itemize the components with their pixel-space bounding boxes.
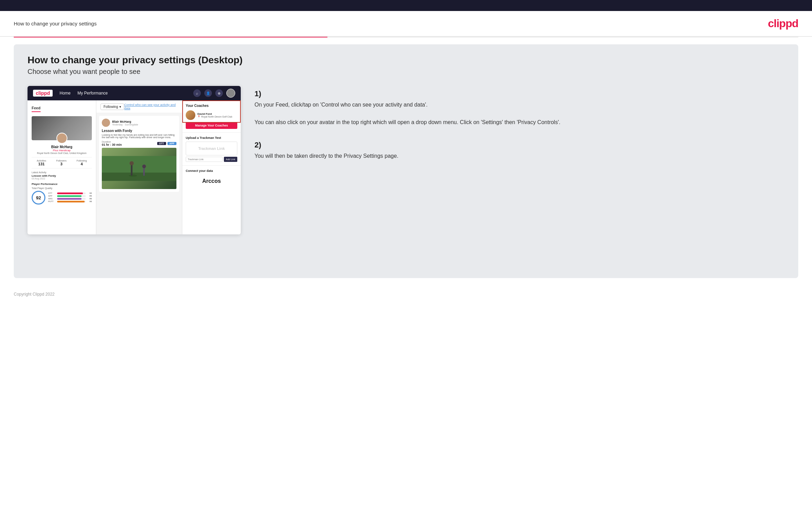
- svg-point-6: [142, 165, 146, 168]
- post-meta: Yesterday · Sunningdale: [112, 123, 138, 126]
- quality-label: Total Player Quality: [32, 187, 92, 189]
- following-button[interactable]: Following ▾: [100, 103, 124, 110]
- profile-handicap: Plus Handicap: [32, 149, 92, 152]
- instruction-2: 2) You will then be taken directly to th…: [255, 141, 784, 161]
- control-privacy-link[interactable]: Control who can see your activity and da…: [124, 103, 178, 110]
- app-screenshot: clippd Home My Performance ⌕ 👤 ⊕ Feed: [28, 86, 241, 234]
- app-nav: clippd Home My Performance ⌕ 👤 ⊕: [28, 86, 241, 100]
- stat-followers-label: Followers: [56, 159, 67, 162]
- app-nav-icons: ⌕ 👤 ⊕: [193, 89, 235, 98]
- duration-value: 01 hr : 30 min: [102, 143, 122, 146]
- profile-stats: Activities 131 Followers 3 Following 4: [32, 157, 92, 168]
- header: How to change your privacy settings clip…: [0, 11, 812, 37]
- latest-activity-date: 03 Aug 2022: [32, 177, 92, 180]
- svg-point-2: [129, 175, 137, 177]
- perf-row: 92 OTT 90 APP 85: [32, 191, 92, 205]
- stat-activities-value: 131: [37, 162, 46, 166]
- post-avatar: [102, 119, 110, 127]
- trackman-input-row: Add Link: [186, 157, 237, 162]
- trackman-placeholder: Trackman Link: [186, 142, 237, 155]
- instruction-1-number: 1): [255, 89, 784, 98]
- instruction-1-text: On your Feed, click/tap on 'Control who …: [255, 100, 784, 127]
- app-feed: Following ▾ Control who can see your act…: [96, 100, 182, 234]
- post-user: Blair McHarg Yesterday · Sunningdale: [102, 119, 176, 127]
- page-title: How to change your privacy settings (Des…: [28, 55, 784, 66]
- connect-section: Connect your data Arccos: [182, 166, 241, 191]
- search-icon[interactable]: ⌕: [193, 89, 201, 97]
- main-content: How to change your privacy settings (Des…: [14, 44, 798, 278]
- profile-avatar: [56, 133, 67, 144]
- instruction-1: 1) On your Feed, click/tap on 'Control w…: [255, 89, 784, 127]
- stat-activities-label: Activities: [37, 159, 46, 162]
- header-title: How to change your privacy settings: [14, 21, 97, 26]
- user-avatar[interactable]: [226, 89, 235, 98]
- nav-home[interactable]: Home: [59, 91, 71, 96]
- duration-label: Duration: [102, 141, 122, 143]
- instruction-2-number: 2): [255, 141, 784, 150]
- user-icon[interactable]: 👤: [204, 89, 212, 97]
- feed-header: Following ▾ Control who can see your act…: [96, 100, 182, 113]
- header-divider: [14, 37, 798, 37]
- svg-rect-5: [143, 167, 145, 176]
- footer: Copyright Clippd 2022: [0, 285, 812, 304]
- bar-arg: ARG 86: [48, 198, 92, 200]
- svg-rect-1: [102, 173, 176, 181]
- duration-row: Duration 01 hr : 30 min OTT APP: [102, 141, 176, 146]
- stat-following-value: 4: [77, 162, 87, 166]
- arccos-logo: Arccos: [186, 175, 237, 188]
- post-title: Lesson with Fordy: [102, 129, 176, 133]
- post-description: Looking to feel like my hands are exitin…: [102, 134, 176, 139]
- coaches-section: Your Coaches David Ford 📍 Royal North De…: [182, 100, 241, 133]
- bar-ott: OTT 90: [48, 192, 92, 194]
- stat-followers: Followers 3: [56, 159, 67, 166]
- coach-avatar: [186, 110, 195, 120]
- location-icon: 📍: [197, 115, 201, 118]
- bar-app: APP 85: [48, 195, 92, 197]
- golf-image-svg: [102, 148, 176, 189]
- coaches-title: Your Coaches: [186, 104, 237, 108]
- trackman-input[interactable]: [186, 157, 223, 162]
- app-body: Feed Blair McHarg Plus Handicap Royal No…: [28, 100, 241, 234]
- instruction-2-text: You will then be taken directly to the P…: [255, 152, 784, 161]
- coach-name: David Ford: [197, 112, 232, 115]
- coach-club: 📍 Royal North Devon Golf Club: [197, 115, 232, 118]
- manage-coaches-button[interactable]: Manage Your Coaches: [186, 122, 237, 129]
- connect-title: Connect your data: [186, 169, 237, 173]
- trackman-section: Upload a Trackman Test Trackman Link Add…: [182, 133, 241, 166]
- profile-name: Blair McHarg: [32, 145, 92, 149]
- copyright: Copyright Clippd 2022: [14, 292, 55, 297]
- nav-my-performance[interactable]: My Performance: [77, 91, 108, 96]
- badge-ott: OTT: [157, 142, 166, 145]
- content-row: clippd Home My Performance ⌕ 👤 ⊕ Feed: [28, 86, 784, 234]
- player-performance: Player Performance Total Player Quality …: [32, 183, 92, 205]
- stat-activities: Activities 131: [37, 159, 46, 166]
- app-right-panel: Your Coaches David Ford 📍 Royal North De…: [182, 100, 241, 234]
- post-user-info: Blair McHarg Yesterday · Sunningdale: [112, 120, 138, 126]
- badge-app: APP: [167, 142, 176, 145]
- globe-icon[interactable]: ⊕: [215, 89, 223, 97]
- clippd-logo: clippd: [768, 17, 798, 30]
- app-nav-logo: clippd: [33, 90, 53, 97]
- post-username: Blair McHarg: [112, 120, 138, 123]
- quality-score: 92: [32, 191, 45, 205]
- stat-following: Following 4: [77, 159, 87, 166]
- stat-followers-value: 3: [56, 162, 67, 166]
- stat-following-label: Following: [77, 159, 87, 162]
- coach-info: David Ford 📍 Royal North Devon Golf Club: [197, 112, 232, 118]
- annotation-line: [210, 122, 237, 123]
- latest-activity-name: Lesson with Fordy: [32, 174, 92, 177]
- bar-putt: PUTT 96: [48, 200, 92, 202]
- coach-item: David Ford 📍 Royal North Devon Golf Club: [186, 110, 237, 120]
- post-badges: OTT APP: [157, 142, 176, 145]
- app-sidebar: Feed Blair McHarg Plus Handicap Royal No…: [28, 100, 96, 234]
- profile-image-area: [32, 116, 92, 140]
- feed-tab[interactable]: Feed: [32, 106, 41, 112]
- page-subtitle: Choose what you want people to see: [28, 68, 784, 76]
- svg-point-4: [130, 161, 134, 165]
- post-image: [102, 148, 176, 189]
- quality-bars: OTT 90 APP 85 ARG: [48, 192, 92, 203]
- add-link-button[interactable]: Add Link: [224, 157, 237, 162]
- duration-info: Duration 01 hr : 30 min: [102, 141, 122, 146]
- svg-rect-3: [131, 164, 132, 176]
- latest-activity-label: Latest Activity: [32, 171, 92, 174]
